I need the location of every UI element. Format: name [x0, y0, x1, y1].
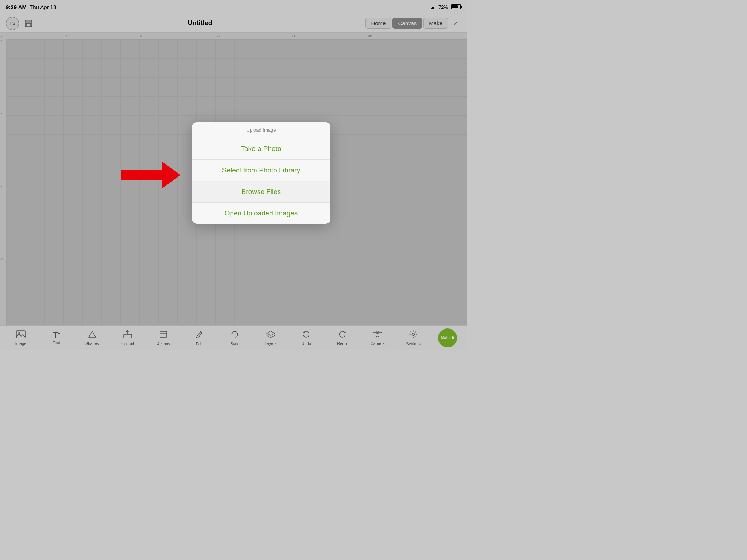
open-uploaded-images-option[interactable]: Open Uploaded Images	[192, 203, 330, 224]
browse-files-option[interactable]: Browse Files	[192, 181, 330, 203]
red-arrow	[121, 161, 181, 189]
upload-image-popup: Upload Image Take a Photo Select from Ph…	[192, 122, 330, 224]
popup-header: Upload Image	[192, 122, 330, 138]
arrow-shape	[121, 161, 181, 189]
arrow-shaft	[121, 170, 162, 180]
arrow-head	[162, 161, 181, 189]
select-from-library-option[interactable]: Select from Photo Library	[192, 160, 330, 181]
take-photo-option[interactable]: Take a Photo	[192, 138, 330, 160]
